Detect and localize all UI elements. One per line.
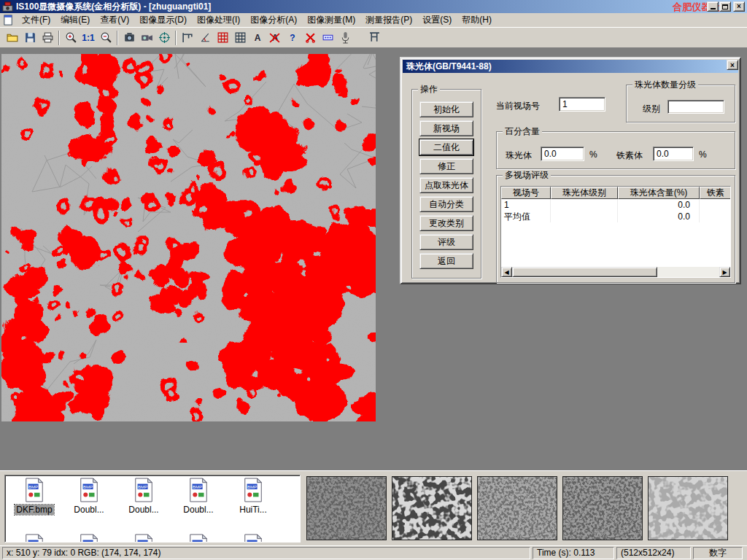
cell-field: 平均值	[501, 211, 551, 222]
thumbnail-2[interactable]	[392, 476, 472, 540]
delete-measure-icon[interactable]	[301, 29, 319, 46]
video-capture-icon[interactable]	[138, 29, 155, 46]
file-item[interactable]: HuiTi...	[227, 478, 279, 517]
bmp-file-icon	[78, 534, 100, 542]
caliper-icon[interactable]	[179, 29, 196, 46]
menu-measure-report[interactable]: 测量报告(P)	[360, 12, 417, 28]
menu-file[interactable]: 文件(F)	[17, 12, 55, 28]
menu-help[interactable]: 帮助(H)	[457, 12, 497, 28]
dialog-close-icon: ×	[730, 61, 735, 69]
menu-image-process[interactable]: 图像处理(I)	[192, 12, 245, 28]
close-icon: ×	[737, 2, 741, 11]
stage-caliper-icon[interactable]	[365, 29, 383, 46]
thumbnail-3[interactable]	[477, 476, 557, 540]
file-name: DKF.bmp	[15, 505, 53, 515]
table-row[interactable]: 平均值 0.0	[501, 211, 730, 222]
file-item[interactable]: DKF.bmp	[8, 478, 61, 517]
return-button[interactable]: 返回	[419, 253, 473, 269]
actual-size-icon[interactable]: 1:1	[80, 29, 97, 46]
change-class-button[interactable]: 更改类别	[419, 215, 473, 231]
column-header-field[interactable]: 视场号	[501, 187, 551, 199]
file-item[interactable]	[117, 534, 170, 542]
level-input[interactable]	[667, 100, 724, 114]
file-item[interactable]	[172, 534, 225, 542]
open-file-icon[interactable]	[4, 29, 21, 46]
menu-image-analysis[interactable]: 图像分析(A)	[245, 12, 302, 28]
table-header-row: 视场号 珠光体级别 珠光体含量(%) 铁素	[501, 187, 730, 199]
thumbnail-5[interactable]	[648, 476, 728, 540]
cell-content: 0.0	[618, 199, 700, 211]
menu-image-display[interactable]: 图像显示(D)	[134, 12, 192, 28]
table-row[interactable]: 1 0.0	[501, 199, 730, 211]
angle-measure-icon[interactable]	[196, 29, 214, 46]
file-name: Doubl...	[182, 505, 214, 515]
close-button[interactable]: ×	[733, 1, 745, 12]
horizontal-scrollbar[interactable]: ◀ ▶	[501, 267, 730, 277]
new-field-button[interactable]: 新视场	[419, 120, 473, 136]
rate-button[interactable]: 评级	[419, 234, 473, 250]
menu-view[interactable]: 查看(V)	[95, 12, 134, 28]
scroll-right-button[interactable]: ▶	[719, 267, 730, 277]
minimize-button[interactable]	[707, 1, 719, 12]
menu-image-measure[interactable]: 图像测量(M)	[302, 12, 360, 28]
scroll-left-button[interactable]: ◀	[501, 267, 512, 277]
status-mode: 数字	[693, 547, 743, 559]
grid-icon[interactable]	[231, 29, 249, 46]
current-field-input[interactable]	[559, 97, 605, 112]
dialog-titlebar[interactable]: 珠光体(GB/T9441-88)	[403, 60, 738, 73]
menubar: 文件(F) 编辑(E) 查看(V) 图像显示(D) 图像处理(I) 图像分析(A…	[0, 13, 747, 28]
column-header-level[interactable]: 珠光体级别	[551, 187, 618, 199]
save-icon[interactable]	[21, 29, 39, 46]
bmp-file-icon	[133, 478, 155, 502]
toolbar: 1:1 A A ?	[0, 28, 747, 48]
column-header-ferrite[interactable]: 铁素	[700, 187, 731, 199]
file-name: HuiTi...	[238, 505, 268, 515]
pearlite-input[interactable]	[541, 147, 584, 161]
text-annotate-off-icon[interactable]: A	[266, 29, 284, 46]
thumbnail-4[interactable]	[562, 476, 643, 540]
grading-group: 珠光体数量分级 级别	[626, 85, 735, 122]
initialize-button[interactable]: 初始化	[419, 101, 473, 117]
multifield-group-label: 多视场评级	[503, 170, 551, 180]
scrollbar-thumb[interactable]	[512, 267, 657, 277]
pearlite-label: 珠光体	[506, 149, 532, 162]
auto-classify-button[interactable]: 自动分类	[419, 196, 473, 212]
correct-button[interactable]: 修正	[419, 158, 473, 174]
operation-group: 操作 初始化 新视场 二值化 修正 点取珠光体 自动分类 更改类别 评级 返回	[411, 89, 481, 279]
file-item[interactable]	[8, 534, 61, 542]
zoom-out-icon[interactable]	[97, 29, 115, 46]
dialog-close-button[interactable]: ×	[727, 60, 738, 70]
zoom-in-icon[interactable]	[62, 29, 80, 46]
file-item[interactable]: Doubl...	[63, 478, 115, 517]
pick-pearlite-button[interactable]: 点取珠光体	[419, 177, 473, 193]
metallograph-image[interactable]	[1, 54, 376, 421]
thumbnail-1[interactable]	[306, 476, 387, 540]
bmp-file-icon	[23, 534, 45, 542]
help-icon[interactable]: ?	[284, 29, 301, 46]
target-icon[interactable]	[155, 29, 173, 46]
file-item[interactable]: Doubl...	[172, 478, 225, 517]
file-item[interactable]	[63, 534, 115, 542]
menu-edit[interactable]: 编辑(E)	[55, 12, 95, 28]
minimize-icon	[711, 8, 716, 9]
text-annotate-icon[interactable]: A	[249, 29, 266, 46]
dialog-body: 操作 初始化 新视场 二值化 修正 点取珠光体 自动分类 更改类别 评级 返回 …	[403, 73, 738, 281]
file-item[interactable]: Doubl...	[117, 478, 170, 517]
measure-points-icon[interactable]	[319, 29, 336, 46]
bmp-file-icon	[242, 478, 264, 502]
level-label: 级别	[643, 103, 660, 115]
mic-icon[interactable]	[336, 29, 354, 46]
scrollbar-track[interactable]	[512, 267, 719, 277]
print-icon[interactable]	[39, 29, 56, 46]
column-header-content[interactable]: 珠光体含量(%)	[618, 187, 700, 199]
statusbar: x: 510 y: 79 idx: 0 RGB: (174, 174, 174)…	[0, 545, 747, 560]
maximize-button[interactable]	[719, 1, 731, 12]
file-item[interactable]	[227, 534, 279, 542]
binarize-button[interactable]: 二值化	[419, 139, 473, 155]
menu-settings[interactable]: 设置(S)	[417, 12, 457, 28]
ferrite-input[interactable]	[653, 147, 694, 161]
ferrite-percent-unit: %	[699, 149, 707, 160]
grid-calibrate-icon[interactable]	[214, 29, 231, 46]
mdi-document-icon[interactable]	[3, 15, 14, 26]
camera-icon[interactable]	[120, 29, 138, 46]
